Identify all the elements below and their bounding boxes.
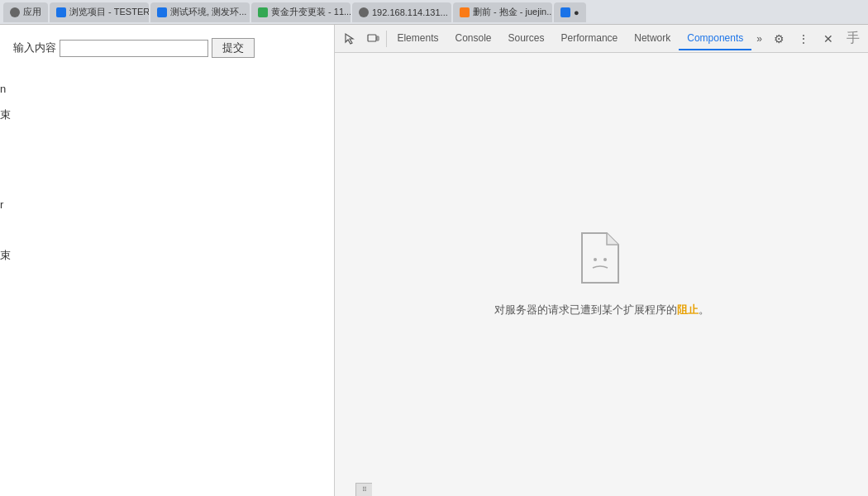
- toolbar-separator: [386, 31, 387, 47]
- tab-elements[interactable]: Elements: [389, 27, 446, 50]
- close-icon[interactable]: ✕: [817, 27, 840, 50]
- browser-topbar: 应用 浏览项目 - TESTER... 测试环境, 测发环... 黄金升变更装 …: [0, 0, 868, 25]
- tab-1[interactable]: 浏览项目 - TESTER...: [50, 2, 149, 22]
- apps-tab[interactable]: 应用: [3, 2, 48, 22]
- tab6-label: ●: [574, 7, 579, 17]
- error-post: 。: [699, 303, 709, 316]
- tab-overflow-btn[interactable]: »: [751, 28, 767, 50]
- input-label: 输入内容: [13, 41, 56, 55]
- side-label-r: r: [0, 198, 3, 211]
- submit-button[interactable]: 提交: [212, 38, 255, 58]
- devtools-panel: Elements Console Sources Performance Net…: [335, 25, 868, 496]
- tab5-favicon: [460, 7, 470, 17]
- tab3-label: 黄金升变更装 - 11...: [271, 6, 351, 18]
- tab4-favicon: [359, 7, 369, 17]
- tab3-favicon: [258, 7, 268, 17]
- side-label-shu: 束: [0, 107, 11, 122]
- tab-sources[interactable]: Sources: [500, 27, 553, 50]
- tab-console[interactable]: Console: [446, 27, 499, 50]
- content-input[interactable]: [60, 40, 208, 57]
- tab-3[interactable]: 黄金升变更装 - 11...: [251, 2, 351, 22]
- tab2-label: 测试环境, 测发环...: [170, 6, 246, 18]
- tab-6[interactable]: ●: [554, 2, 586, 22]
- page-area: 输入内容 提交 n 束 r 束: [0, 25, 335, 496]
- resize-icon: ⠿: [362, 486, 367, 494]
- error-message: 对服务器的请求已遭到某个扩展程序的阻止。: [494, 303, 709, 317]
- devtools-main: 对服务器的请求已遭到某个扩展程序的阻止。: [335, 53, 868, 496]
- tab-5[interactable]: 删前 - 抱金 - juejin...: [453, 2, 552, 22]
- svg-point-3: [603, 258, 607, 261]
- tab-network[interactable]: Network: [626, 27, 679, 50]
- error-pre: 对服务器的请求已遭到某个扩展程序的: [494, 303, 677, 316]
- tab2-favicon: [157, 7, 167, 17]
- resize-handle[interactable]: ⠿: [355, 483, 372, 496]
- tab5-label: 删前 - 抱金 - juejin...: [473, 6, 552, 18]
- tab1-label: 浏览项目 - TESTER...: [69, 6, 149, 18]
- svg-point-2: [594, 258, 597, 261]
- apps-favicon: [10, 7, 20, 17]
- svg-rect-1: [377, 36, 379, 41]
- error-icon: [577, 231, 627, 289]
- side-label-n: n: [0, 83, 6, 95]
- devtools-actions: ⚙ ⋮ ✕ 手: [767, 27, 865, 50]
- tab-4[interactable]: 192.168.114.131...: [352, 2, 451, 22]
- extra-icon[interactable]: 手: [842, 27, 865, 50]
- device-icon[interactable]: [361, 27, 384, 50]
- tab6-favicon: [560, 7, 570, 17]
- main-content: 输入内容 提交 n 束 r 束: [0, 25, 868, 496]
- inspect-icon[interactable]: [338, 27, 361, 50]
- input-row: 输入内容 提交: [13, 38, 321, 58]
- error-highlight: 阻止: [677, 303, 699, 316]
- tab-2[interactable]: 测试环境, 测发环...: [150, 2, 250, 22]
- svg-rect-0: [368, 35, 376, 41]
- apps-label: 应用: [23, 6, 41, 18]
- side-label-shu2: 束: [0, 248, 11, 263]
- tab4-label: 192.168.114.131...: [372, 7, 448, 17]
- tab1-favicon: [56, 7, 66, 17]
- more-icon[interactable]: ⋮: [792, 27, 815, 50]
- tab-components[interactable]: Components: [679, 27, 751, 50]
- tab-performance[interactable]: Performance: [553, 27, 627, 50]
- settings-icon[interactable]: ⚙: [767, 27, 790, 50]
- devtools-toolbar: Elements Console Sources Performance Net…: [335, 25, 868, 53]
- devtools-tabs: Elements Console Sources Performance Net…: [389, 27, 767, 50]
